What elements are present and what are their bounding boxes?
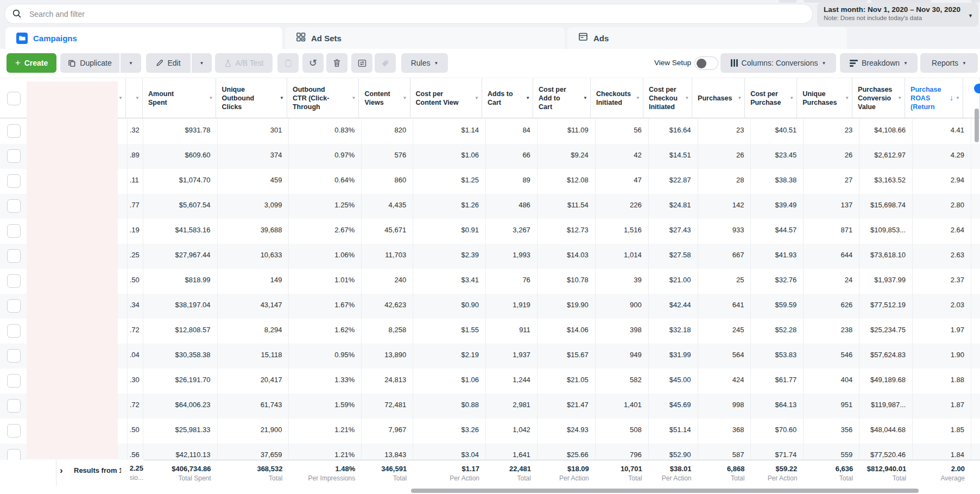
cell-unique_purchases: 559 bbox=[804, 444, 859, 460]
cell-metric_hidden: .50 bbox=[128, 269, 143, 294]
row-checkbox[interactable] bbox=[7, 274, 21, 288]
row-checkbox[interactable] bbox=[7, 224, 21, 238]
caret-down-icon[interactable]: ▼ bbox=[280, 96, 284, 100]
cell-cost_per_purchase: $70.60 bbox=[751, 419, 804, 444]
column-header-label: Cart bbox=[539, 103, 579, 111]
column-header-purchase_roas[interactable]: PurchaseROAS(Return↓▼ bbox=[905, 78, 963, 118]
column-header-purchases_conversion_value[interactable]: PurchasesConversioValue▼ bbox=[852, 78, 905, 118]
caret-down-icon[interactable]: ▼ bbox=[789, 96, 794, 100]
column-header-cost_per_purchase[interactable]: Cost perPurchase▼ bbox=[745, 78, 797, 118]
column-header-cost_per_content_view[interactable]: Cost perContent View▼ bbox=[410, 78, 482, 118]
table-row: .11$1,074.704590.64%860$1.2589$12.0847$2… bbox=[0, 169, 980, 194]
date-range-picker[interactable]: Last month: Nov 1, 2020 – Nov 30, 2020 N… bbox=[817, 3, 978, 27]
tag-button[interactable] bbox=[375, 53, 396, 73]
column-header-content_views[interactable]: ContentViews▼ bbox=[359, 78, 410, 118]
cell-adds_to_cart: 1,042 bbox=[486, 419, 538, 444]
reports-button[interactable]: Reports ▼ bbox=[920, 53, 978, 73]
delete-button[interactable] bbox=[326, 53, 347, 73]
column-header-amount_spent[interactable]: AmountSpent▼ bbox=[143, 78, 216, 118]
column-header-checkbox[interactable] bbox=[0, 78, 26, 118]
vertical-scrollbar[interactable] bbox=[975, 109, 979, 142]
caret-down-icon[interactable]: ▼ bbox=[526, 96, 530, 100]
total-purchases: 6,868Total bbox=[698, 460, 751, 486]
edit-button[interactable]: Edit bbox=[146, 53, 191, 73]
caret-down-icon[interactable]: ▼ bbox=[897, 96, 902, 100]
column-header-label: Views bbox=[364, 98, 399, 107]
column-header-outbound_ctr[interactable]: OutboundCTR (Click-Through▼ bbox=[287, 78, 359, 118]
row-checkbox[interactable] bbox=[7, 324, 21, 338]
column-header-metric_hidden[interactable]: ▼ bbox=[126, 78, 143, 118]
placement-swap-button[interactable] bbox=[351, 53, 372, 73]
row-checkbox[interactable] bbox=[7, 399, 21, 413]
tab-ads[interactable]: Ads bbox=[567, 27, 847, 49]
column-header-label: Add to bbox=[539, 94, 579, 103]
horizontal-scrollbar[interactable] bbox=[411, 489, 919, 493]
row-checkbox[interactable] bbox=[7, 374, 21, 388]
rules-button[interactable]: Rules ▼ bbox=[401, 53, 448, 73]
select-all-checkbox[interactable] bbox=[7, 92, 21, 105]
table-body: .32$931.783010.83%820$1.1484$11.0956$16.… bbox=[0, 119, 980, 460]
caret-down-icon[interactable]: ▼ bbox=[845, 96, 849, 100]
column-header-checkouts_initiated[interactable]: CheckoutsInitiated▼ bbox=[591, 78, 643, 118]
caret-down-icon[interactable]: ▼ bbox=[636, 96, 640, 100]
campaigns-table: ▼▼AmountSpent▼UniqueOutboundClicks▼Outbo… bbox=[0, 78, 980, 494]
cell-unique_purchases: 871 bbox=[804, 219, 859, 244]
column-header-unique_purchases[interactable]: UniquePurchases▼ bbox=[797, 78, 852, 118]
view-setup-toggle[interactable] bbox=[694, 56, 718, 70]
cell-metric_hidden: .04 bbox=[128, 344, 143, 369]
caret-down-icon[interactable]: ▼ bbox=[475, 96, 479, 100]
caret-down-icon[interactable]: ▼ bbox=[135, 96, 140, 100]
ab-test-button[interactable]: A/B Test bbox=[215, 53, 273, 73]
row-checkbox[interactable] bbox=[7, 149, 21, 163]
column-header-label: Checkouts bbox=[596, 90, 632, 98]
search-input[interactable] bbox=[22, 10, 812, 18]
breakdown-icon bbox=[850, 60, 858, 67]
caret-down-icon[interactable]: ▼ bbox=[956, 96, 960, 100]
cell-purchase_roas: 4.29 bbox=[913, 144, 971, 169]
caret-down-icon[interactable]: ▼ bbox=[352, 96, 356, 100]
edit-caret-button[interactable]: ▼ bbox=[192, 53, 212, 73]
create-button[interactable]: + Create bbox=[7, 53, 56, 73]
row-checkbox[interactable] bbox=[7, 299, 21, 313]
tab-ad-sets[interactable]: Ad Sets bbox=[285, 27, 565, 49]
column-header-unique_outbound_clicks[interactable]: UniqueOutboundClicks▼ bbox=[216, 78, 287, 118]
cell-outbound_ctr: 2.67% bbox=[289, 219, 362, 244]
cell-extra bbox=[971, 444, 980, 460]
caret-down-icon[interactable]: ▼ bbox=[583, 96, 587, 100]
search-bar[interactable] bbox=[4, 4, 813, 24]
row-checkbox[interactable] bbox=[7, 424, 21, 438]
columns-button[interactable]: Columns: Conversions ▼ bbox=[720, 53, 836, 73]
cell-checkbox bbox=[0, 269, 26, 294]
columns-icon bbox=[731, 59, 738, 67]
hidden-column-total: 2.25 sio... bbox=[130, 464, 143, 482]
caret-down-icon[interactable]: ▼ bbox=[209, 96, 213, 100]
column-header-purchases[interactable]: Purchases▼ bbox=[692, 78, 745, 118]
column-header-adds_to_cart[interactable]: Adds toCart▼ bbox=[482, 78, 533, 118]
table-row: .50$818.991491.01%240$3.4176$10.7839$21.… bbox=[0, 269, 980, 294]
row-checkbox[interactable] bbox=[7, 449, 21, 460]
caret-down-icon[interactable]: ▼ bbox=[403, 96, 407, 100]
chevron-right-icon[interactable]: › bbox=[60, 465, 63, 476]
cell-cost_per_checkout_initiated: $14.51 bbox=[649, 144, 698, 169]
row-checkbox[interactable] bbox=[7, 349, 21, 363]
cell-cost_per_add_to_cart: $10.78 bbox=[538, 269, 596, 294]
row-checkbox[interactable] bbox=[7, 249, 21, 263]
tab-campaigns[interactable]: Campaigns bbox=[5, 27, 282, 49]
duplicate-button[interactable]: Duplicate bbox=[60, 53, 119, 73]
duplicate-caret-button[interactable]: ▼ bbox=[121, 53, 141, 73]
clipboard-button[interactable] bbox=[277, 53, 299, 73]
row-checkbox[interactable] bbox=[7, 199, 21, 213]
column-header-cost_per_checkout_initiated[interactable]: Cost perCheckouInitiated▼ bbox=[643, 78, 692, 118]
cell-content_views: 7,967 bbox=[362, 419, 413, 444]
caret-down-icon[interactable]: ▼ bbox=[685, 96, 689, 100]
cell-metric_hidden: .25 bbox=[128, 244, 143, 269]
undo-button[interactable]: ↺ bbox=[302, 53, 324, 73]
column-header-cost_per_add_to_cart[interactable]: Cost perAdd toCart▼ bbox=[533, 78, 591, 118]
cell-extra bbox=[971, 419, 980, 444]
row-checkbox[interactable] bbox=[7, 124, 21, 138]
row-checkbox[interactable] bbox=[7, 174, 21, 188]
cell-checkouts_initiated: 42 bbox=[596, 144, 649, 169]
breakdown-button[interactable]: Breakdown ▼ bbox=[840, 53, 918, 73]
caret-down-icon[interactable]: ▼ bbox=[737, 96, 742, 100]
caret-down-icon[interactable]: ▼ bbox=[118, 96, 123, 100]
